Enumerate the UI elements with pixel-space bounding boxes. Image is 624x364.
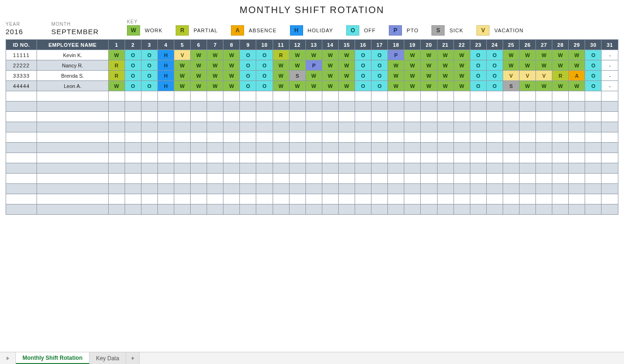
cell-shift[interactable] bbox=[141, 112, 157, 122]
cell-shift[interactable] bbox=[207, 204, 223, 215]
col-header-day-10[interactable]: 10 bbox=[256, 40, 273, 50]
cell-shift[interactable]: O bbox=[125, 50, 141, 60]
cell-shift[interactable] bbox=[470, 184, 486, 194]
cell-shift[interactable] bbox=[404, 91, 421, 102]
cell-shift[interactable] bbox=[141, 132, 157, 143]
cell-shift[interactable] bbox=[141, 204, 157, 215]
cell-shift[interactable] bbox=[108, 112, 125, 122]
cell-shift[interactable] bbox=[552, 132, 569, 143]
cell-shift[interactable] bbox=[437, 132, 453, 143]
cell-shift[interactable] bbox=[404, 132, 421, 143]
cell-shift[interactable] bbox=[602, 194, 618, 204]
cell-shift[interactable] bbox=[157, 174, 174, 184]
cell-shift[interactable] bbox=[519, 122, 535, 132]
cell-shift[interactable] bbox=[569, 174, 585, 184]
cell-shift[interactable] bbox=[486, 91, 503, 102]
cell-shift[interactable] bbox=[305, 102, 322, 112]
cell-shift[interactable] bbox=[174, 163, 191, 174]
cell-shift[interactable] bbox=[108, 204, 125, 215]
cell-shift[interactable] bbox=[289, 143, 305, 153]
cell-shift[interactable] bbox=[569, 102, 585, 112]
cell-shift[interactable] bbox=[338, 163, 355, 174]
cell-shift[interactable] bbox=[223, 143, 240, 153]
cell-shift[interactable]: W bbox=[273, 81, 289, 91]
cell-shift[interactable] bbox=[157, 91, 174, 102]
cell-shift[interactable] bbox=[157, 194, 174, 204]
cell-shift[interactable] bbox=[256, 91, 273, 102]
cell-shift[interactable]: W bbox=[191, 81, 207, 91]
cell-shift[interactable]: W bbox=[338, 81, 355, 91]
cell-shift[interactable] bbox=[503, 194, 519, 204]
cell-shift[interactable] bbox=[273, 153, 289, 163]
cell-shift[interactable] bbox=[338, 102, 355, 112]
cell-shift[interactable] bbox=[240, 91, 256, 102]
cell-shift[interactable] bbox=[207, 163, 223, 174]
cell-shift[interactable] bbox=[585, 143, 602, 153]
cell-name[interactable] bbox=[37, 122, 108, 132]
cell-shift[interactable]: O bbox=[141, 60, 157, 71]
cell-shift[interactable] bbox=[240, 174, 256, 184]
cell-shift[interactable] bbox=[585, 194, 602, 204]
cell-shift[interactable] bbox=[305, 194, 322, 204]
cell-shift[interactable] bbox=[519, 153, 535, 163]
cell-shift[interactable]: W bbox=[388, 60, 404, 71]
cell-shift[interactable] bbox=[486, 122, 503, 132]
cell-shift[interactable] bbox=[174, 184, 191, 194]
cell-shift[interactable] bbox=[305, 91, 322, 102]
cell-shift[interactable] bbox=[602, 174, 618, 184]
cell-shift[interactable] bbox=[355, 184, 371, 194]
cell-shift[interactable] bbox=[355, 132, 371, 143]
cell-shift[interactable] bbox=[437, 194, 453, 204]
cell-shift[interactable] bbox=[141, 174, 157, 184]
cell-shift[interactable] bbox=[141, 194, 157, 204]
cell-shift[interactable] bbox=[256, 174, 273, 184]
cell-shift[interactable]: W bbox=[569, 60, 585, 71]
cell-shift[interactable] bbox=[191, 143, 207, 153]
cell-shift[interactable] bbox=[240, 163, 256, 174]
cell-shift[interactable]: W bbox=[207, 71, 223, 81]
cell-shift[interactable]: W bbox=[338, 60, 355, 71]
cell-shift[interactable] bbox=[585, 91, 602, 102]
cell-shift[interactable] bbox=[207, 153, 223, 163]
cell-shift[interactable] bbox=[223, 174, 240, 184]
cell-shift[interactable] bbox=[552, 194, 569, 204]
cell-name[interactable] bbox=[37, 132, 108, 143]
cell-shift[interactable] bbox=[305, 132, 322, 143]
cell-id[interactable] bbox=[6, 204, 37, 215]
cell-shift[interactable]: W bbox=[191, 50, 207, 60]
cell-id[interactable] bbox=[6, 91, 37, 102]
cell-shift[interactable] bbox=[108, 194, 125, 204]
cell-shift[interactable]: W bbox=[437, 81, 453, 91]
cell-shift[interactable]: A bbox=[569, 71, 585, 81]
cell-shift[interactable] bbox=[256, 132, 273, 143]
cell-shift[interactable] bbox=[453, 122, 470, 132]
cell-shift[interactable] bbox=[125, 204, 141, 215]
cell-shift[interactable] bbox=[322, 91, 338, 102]
cell-shift[interactable] bbox=[569, 143, 585, 153]
col-header-name[interactable]: EMPLOYEE NAME bbox=[37, 40, 108, 50]
cell-shift[interactable] bbox=[223, 102, 240, 112]
cell-shift[interactable]: W bbox=[191, 71, 207, 81]
cell-shift[interactable]: O bbox=[141, 81, 157, 91]
cell-shift[interactable] bbox=[273, 122, 289, 132]
cell-shift[interactable] bbox=[157, 132, 174, 143]
cell-shift[interactable]: W bbox=[552, 60, 569, 71]
cell-shift[interactable] bbox=[355, 143, 371, 153]
cell-shift[interactable] bbox=[552, 204, 569, 215]
cell-shift[interactable] bbox=[421, 132, 437, 143]
cell-shift[interactable]: V bbox=[503, 71, 519, 81]
cell-id[interactable] bbox=[6, 112, 37, 122]
cell-shift[interactable]: O bbox=[470, 50, 486, 60]
cell-shift[interactable]: W bbox=[223, 81, 240, 91]
cell-shift[interactable]: O bbox=[486, 71, 503, 81]
cell-shift[interactable] bbox=[174, 153, 191, 163]
col-header-day-5[interactable]: 5 bbox=[174, 40, 191, 50]
cell-shift[interactable]: W bbox=[536, 60, 552, 71]
cell-shift[interactable] bbox=[125, 194, 141, 204]
cell-shift[interactable] bbox=[536, 102, 552, 112]
col-header-day-29[interactable]: 29 bbox=[569, 40, 585, 50]
cell-shift[interactable] bbox=[174, 91, 191, 102]
cell-shift[interactable] bbox=[273, 112, 289, 122]
cell-shift[interactable] bbox=[470, 163, 486, 174]
cell-shift[interactable] bbox=[421, 163, 437, 174]
